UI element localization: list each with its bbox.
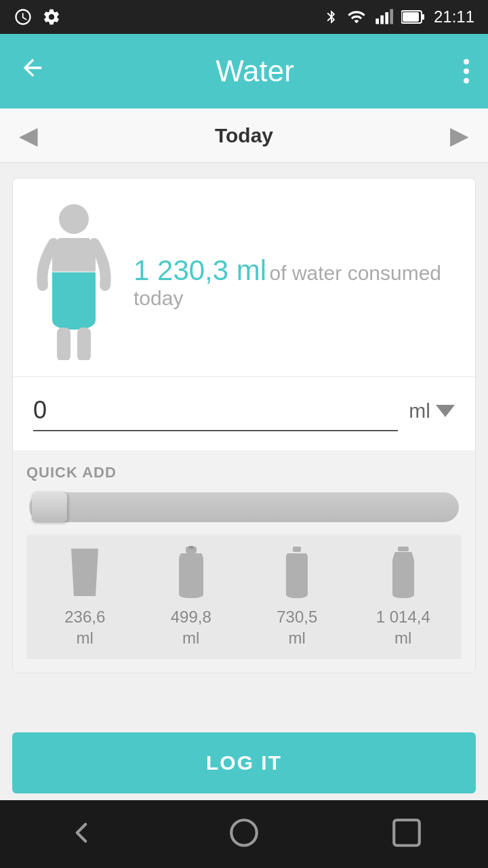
- svg-rect-14: [188, 546, 194, 549]
- battery-icon: [401, 9, 426, 24]
- alarm-icon: [14, 7, 33, 26]
- current-date-label: Today: [215, 124, 273, 147]
- main-card: 1 230,3 ml of water consumed today ml QU…: [12, 178, 476, 673]
- quick-add-slider-track: [29, 492, 459, 522]
- container-sports-bottle[interactable]: 499,8 ml: [138, 545, 245, 648]
- quick-add-section: QUICK ADD 236,6 ml: [13, 450, 475, 673]
- status-right-icons: 21:11: [324, 7, 474, 26]
- unit-label: ml: [409, 399, 430, 422]
- svg-point-7: [59, 204, 89, 234]
- svg-rect-3: [390, 9, 393, 24]
- status-left-icons: [14, 7, 61, 26]
- back-button[interactable]: [19, 54, 46, 88]
- log-it-button[interactable]: LOG IT: [12, 732, 476, 793]
- svg-rect-9: [57, 328, 70, 360]
- date-navigation: ◀ Today ▶: [0, 108, 488, 163]
- svg-rect-8: [50, 272, 99, 333]
- svg-rect-2: [385, 12, 388, 24]
- prev-date-button[interactable]: ◀: [19, 121, 38, 150]
- nav-recents-button[interactable]: [390, 816, 424, 852]
- large-bottle-icon: [383, 545, 424, 599]
- svg-point-17: [231, 820, 257, 846]
- svg-rect-16: [398, 547, 409, 551]
- next-date-button[interactable]: ▶: [450, 121, 469, 150]
- signal-icon: [374, 7, 393, 26]
- container-water-bottle[interactable]: 730,5 ml: [244, 545, 350, 648]
- unit-dropdown[interactable]: ml: [409, 399, 455, 422]
- intake-section: 1 230,3 ml of water consumed today: [13, 178, 475, 377]
- water-bottle-amount: 730,5 ml: [277, 606, 317, 648]
- status-time: 21:11: [434, 7, 474, 26]
- svg-rect-5: [422, 14, 424, 20]
- water-amount-input[interactable]: [33, 391, 398, 431]
- svg-rect-1: [380, 16, 384, 24]
- svg-rect-6: [403, 12, 419, 22]
- unit-dropdown-arrow: [436, 405, 455, 417]
- cup-amount: 236,6 ml: [64, 606, 105, 648]
- quick-add-label: QUICK ADD: [26, 464, 462, 481]
- wifi-icon: [347, 7, 366, 26]
- svg-rect-18: [394, 820, 420, 846]
- container-large-bottle[interactable]: 1 014,4 ml: [350, 545, 457, 648]
- svg-rect-10: [77, 328, 91, 360]
- status-bar: 21:11: [0, 0, 488, 34]
- bluetooth-icon: [324, 7, 339, 26]
- quick-add-slider-container: [26, 492, 462, 522]
- overflow-menu-button[interactable]: [464, 59, 469, 83]
- intake-amount: 1 230,3 ml of water consumed today: [134, 254, 455, 310]
- intake-info: 1 230,3 ml of water consumed today: [134, 248, 455, 310]
- bottom-nav-bar: [0, 800, 488, 868]
- input-row: ml: [13, 377, 475, 450]
- quick-add-slider-thumb[interactable]: [32, 492, 67, 522]
- cup-icon: [64, 545, 105, 599]
- sports-bottle-amount: 499,8 ml: [171, 606, 211, 648]
- svg-rect-0: [375, 18, 379, 24]
- nav-home-button[interactable]: [227, 816, 261, 852]
- container-options: 236,6 ml 499,8 ml: [26, 534, 462, 659]
- large-bottle-amount: 1 014,4 ml: [376, 606, 430, 648]
- log-button-container: LOG IT: [0, 732, 488, 793]
- water-bottle-icon: [277, 545, 317, 599]
- toolbar: Water: [0, 34, 488, 108]
- svg-rect-15: [293, 547, 301, 552]
- container-cup[interactable]: 236,6 ml: [32, 545, 138, 648]
- nav-back-button[interactable]: [64, 816, 98, 852]
- settings-icon: [42, 7, 61, 26]
- sports-bottle-icon: [171, 545, 211, 599]
- human-figure: [33, 197, 115, 360]
- page-title: Water: [216, 54, 294, 88]
